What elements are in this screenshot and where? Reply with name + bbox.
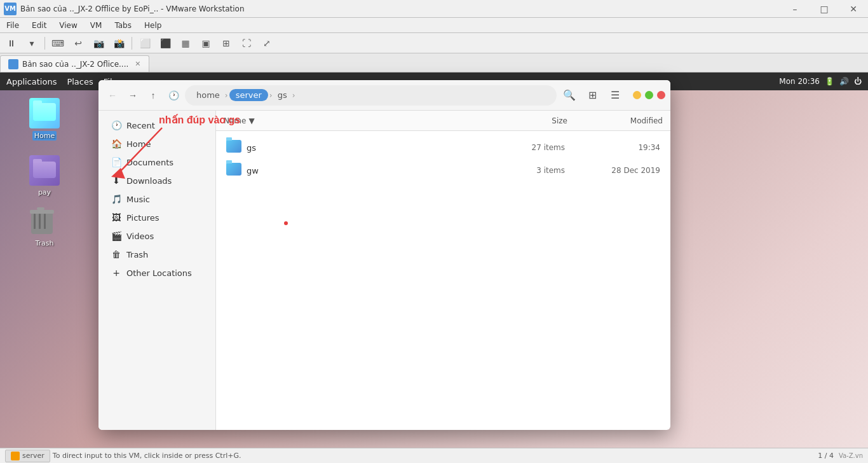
minimize-button[interactable]: – [780,0,810,18]
sidebar-item-downloads[interactable]: ⬇ Downloads [101,172,213,190]
desktop-icon-home[interactable]: Home [19,95,70,143]
menu-vm[interactable]: VM [84,18,109,33]
vmware-bottombar: server To direct input to this VM, click… [0,448,868,463]
sidebar-label-home: Home [126,139,151,149]
bottom-status-text: To direct input to this VM, click inside… [53,452,241,460]
sidebar-item-videos[interactable]: 🎬 Videos [101,227,213,245]
desktop-icon-pay[interactable]: pay [19,153,70,199]
taskbar-item-icon [11,452,20,460]
menu-tabs[interactable]: Tabs [108,18,138,33]
header-right: 🔍 ⊞ ☰ [559,85,625,106]
window-controls: – □ ✕ [780,0,868,18]
nav-forward-button[interactable]: → [124,86,142,104]
toolbar-view2[interactable]: ⬛ [156,36,174,51]
table-row[interactable]: gs 27 items 19:34 [224,136,663,159]
location-arrow-right: › [292,91,295,100]
col-name-header[interactable]: Name ▼ [224,116,491,125]
location-gs[interactable]: gs [274,89,291,101]
sidebar-item-trash[interactable]: 🗑 Trash [101,245,213,263]
toolbar-snapshot[interactable]: 📷 [90,36,107,51]
toolbar-pause[interactable]: ⏸ [3,36,20,51]
maximize-button[interactable]: □ [810,0,839,18]
toolbar-send-ctrl-alt-del[interactable]: ⌨ [49,36,67,51]
sidebar-item-pictures[interactable]: 🖼 Pictures [101,209,213,226]
view-list-button[interactable]: ☰ [605,85,625,106]
toolbar-view1[interactable]: ⬜ [136,36,154,51]
wm-maximize-button[interactable] [645,91,653,99]
location-sep2: › [269,91,273,100]
wm-close-button[interactable] [657,91,665,99]
sidebar-label-videos: Videos [126,232,154,241]
sidebar-label-recent: Recent [126,121,155,130]
sidebar-item-home[interactable]: 🏠 Home [101,135,213,153]
tab-icon [8,59,18,69]
toolbar-fullscreen[interactable]: ⛶ [238,36,255,51]
gnome-battery-icon: 🔋 [825,77,834,86]
sidebar-item-music[interactable]: 🎵 Music [101,190,213,208]
menu-file[interactable]: File [0,18,25,33]
toolbar-fullscreen2[interactable]: ⤢ [258,36,276,51]
toolbar-revert[interactable]: ↩ [69,36,87,51]
location-home[interactable]: home [193,89,224,101]
desktop-icon-trash[interactable]: Trash [19,204,70,250]
file-name-gw: gw [247,166,489,176]
taskbar-item-label: server [22,452,44,460]
vmware-logo: Va-Z.vn [839,452,863,459]
documents-icon: 📄 [111,157,121,167]
folder-icon-gs [226,140,241,155]
nav-up-button[interactable]: ↑ [144,86,162,104]
file-size-gw: 3 items [489,166,565,175]
gnome-right-status: Mon 20:36 🔋 🔊 ⏻ [779,77,862,86]
home-icon: 🏠 [111,139,121,149]
pictures-icon: 🖼 [111,212,121,223]
nav-back-button[interactable]: ← [104,86,121,104]
taskbar-item-server[interactable]: server [5,450,50,462]
column-headers: Name ▼ Size Modified [216,111,670,131]
sidebar-item-recent[interactable]: 🕐 Recent [101,116,213,134]
pay-folder-icon [29,155,60,186]
wm-minimize-button[interactable] [633,91,641,99]
bottom-right: 1 / 4 Va-Z.vn [818,452,863,460]
location-bar: home › server › gs › [185,85,557,106]
tab-close-button[interactable]: ✕ [135,60,140,68]
window-manager-dots [633,91,665,99]
gnome-menu-places[interactable]: Places [67,77,93,86]
close-button[interactable]: ✕ [839,0,868,18]
downloads-icon: ⬇ [111,176,121,186]
gnome-menu-applications[interactable]: Applications [6,77,57,86]
search-button[interactable]: 🔍 [559,85,580,106]
trash-icon-label: Trash [35,239,53,247]
table-row[interactable]: gw 3 items 28 Dec 2019 [224,159,663,182]
toolbar-view3[interactable]: ▦ [177,36,194,51]
recent-icon: 🕐 [111,120,121,130]
toolbar-snapshot2[interactable]: 📸 [110,36,128,51]
nautilus-header: ← → ↑ 🕐 home › server › gs › 🔍 ⊞ ☰ [98,80,670,111]
vmware-icon: VM [4,3,17,15]
sidebar-label-other-locations: Other Locations [126,268,192,278]
sidebar-item-other-locations[interactable]: + Other Locations [101,264,213,282]
menu-edit[interactable]: Edit [25,18,53,33]
sidebar-item-documents[interactable]: 📄 Documents [101,153,213,171]
vm-tab-main[interactable]: Bản sao của .._JX-2 Oflice.... ✕ [0,55,149,72]
sort-icon: ▼ [248,116,254,125]
view-grid-button[interactable]: ⊞ [582,85,602,106]
location-sep1: › [225,91,228,100]
nav-recent-button[interactable]: 🕐 [165,86,182,104]
file-modified-gw: 28 Dec 2019 [565,166,660,175]
gnome-power-icon: ⏻ [854,77,862,86]
toolbar-view5[interactable]: ⊞ [217,36,235,51]
sidebar-label-downloads: Downloads [126,176,172,186]
trash-icon [29,206,60,237]
gnome-sound-icon: 🔊 [839,77,849,86]
file-modified-gs: 19:34 [565,143,660,152]
bottom-left: server To direct input to this VM, click… [5,450,241,462]
toolbar-view4[interactable]: ▣ [197,36,215,51]
vmware-tabs: Bản sao của .._JX-2 Oflice.... ✕ [0,53,868,73]
menu-help[interactable]: Help [138,18,168,33]
sidebar-label-pictures: Pictures [126,213,159,223]
menu-view[interactable]: View [53,18,83,33]
pay-icon-label: pay [38,188,51,197]
sidebar-label-music: Music [126,195,150,204]
location-server[interactable]: server [229,89,268,101]
toolbar-dropdown[interactable]: ▾ [23,36,41,51]
